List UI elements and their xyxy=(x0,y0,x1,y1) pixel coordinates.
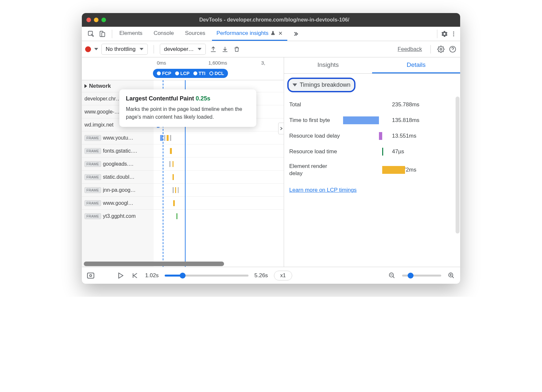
timing-markers[interactable]: FCP LCP TTI DCL xyxy=(153,69,228,78)
marker-fcp[interactable]: FCP xyxy=(156,71,173,76)
breakdown-label: Total xyxy=(289,101,340,108)
export-icon[interactable] xyxy=(209,45,218,53)
tab-performance-insights[interactable]: Performance insights xyxy=(212,27,288,41)
device-toolbar-icon[interactable] xyxy=(98,29,107,38)
tab-label: Performance insights xyxy=(217,30,269,37)
chevron-down-icon xyxy=(140,48,143,50)
help-icon[interactable] xyxy=(448,45,457,53)
tab-sources[interactable]: Sources xyxy=(180,27,210,41)
marker-dcl[interactable]: DCL xyxy=(208,71,225,76)
breakdown-bar xyxy=(343,116,389,125)
lcp-tooltip: Largest Contentful Paint 0.25s Marks the… xyxy=(119,89,256,127)
origin-select[interactable]: developer… xyxy=(160,44,206,55)
left-pane: 0ms 1,600ms 3, FCP LCP TTI DCL Network xyxy=(82,57,284,267)
throttling-select[interactable]: No throttling xyxy=(101,44,148,55)
current-time: 1.02s xyxy=(145,272,159,279)
svg-point-6 xyxy=(440,48,442,50)
right-pane: Insights Details Timings breakdown Total… xyxy=(284,57,460,267)
play-icon[interactable] xyxy=(116,271,125,280)
marker-lcp[interactable]: LCP xyxy=(174,71,191,76)
svg-rect-8 xyxy=(87,273,94,278)
experiment-icon xyxy=(270,31,276,36)
tab-console[interactable]: Console xyxy=(149,27,178,41)
breakdown-bar xyxy=(343,147,389,156)
time-scrubber[interactable] xyxy=(165,275,248,277)
skip-back-icon[interactable] xyxy=(131,271,139,280)
zoom-slider[interactable] xyxy=(402,275,441,277)
marker-tti[interactable]: TTI xyxy=(192,71,207,76)
svg-point-3 xyxy=(453,31,454,32)
feedback-link[interactable]: Feedback xyxy=(398,46,422,53)
breakdown-row: Time to first byte 135.818ms xyxy=(289,113,455,128)
tab-details[interactable]: Details xyxy=(372,57,460,73)
close-window-button[interactable] xyxy=(86,18,91,22)
breakdown-value: 13.551ms xyxy=(392,133,416,139)
chevron-down-icon xyxy=(198,48,202,50)
tab-elements[interactable]: Elements xyxy=(115,27,147,41)
playback-speed[interactable]: x1 xyxy=(274,271,292,280)
record-menu-caret[interactable] xyxy=(94,48,98,50)
panel-tabbar: Elements Console Sources Performance ins… xyxy=(82,27,460,41)
svg-point-5 xyxy=(453,35,454,36)
time-tick: 0ms xyxy=(157,60,166,66)
zoom-out-icon[interactable] xyxy=(388,271,396,280)
breakdown-bar xyxy=(343,100,389,109)
timings-breakdown-header[interactable]: Timings breakdown xyxy=(287,78,355,92)
time-tick: 1,600ms xyxy=(208,60,227,66)
breakdown-value: 47µs xyxy=(392,148,404,155)
tooltip-description: Marks the point in the page load timelin… xyxy=(126,105,250,121)
panel-tabs: Elements Console Sources Performance ins… xyxy=(115,27,302,41)
breakdown-row: Element render delay 86.372ms xyxy=(289,159,455,180)
throttling-value: No throttling xyxy=(106,46,136,53)
pane-expand-handle[interactable] xyxy=(278,123,284,134)
breakdown-row: Resource load time 47µs xyxy=(289,144,455,159)
settings-gear-icon[interactable] xyxy=(440,29,449,38)
timeline-header[interactable]: 0ms 1,600ms 3, FCP LCP TTI DCL xyxy=(82,57,284,80)
zoom-in-icon[interactable] xyxy=(447,271,456,280)
more-tabs-icon[interactable] xyxy=(289,31,302,37)
vertical-scrollbar[interactable] xyxy=(456,97,459,234)
svg-point-4 xyxy=(453,33,454,34)
total-time: 5.26s xyxy=(254,272,268,279)
titlebar: DevTools - developer.chrome.com/blog/new… xyxy=(82,13,460,27)
svg-rect-2 xyxy=(102,32,105,37)
learn-more-link[interactable]: Learn more on LCP timings xyxy=(289,187,455,193)
delete-icon[interactable] xyxy=(233,45,241,53)
close-tab-icon[interactable] xyxy=(278,31,283,36)
inspect-element-icon[interactable] xyxy=(86,29,96,38)
origin-value: developer… xyxy=(164,46,194,53)
breakdown-value: 135.818ms xyxy=(392,117,419,124)
breakdown-row: Total 235.788ms xyxy=(289,97,455,113)
horizontal-scrollbar[interactable] xyxy=(84,262,224,266)
playback-bar: 1.02s 5.26s x1 xyxy=(82,267,460,284)
breakdown-label: Resource load delay xyxy=(289,132,340,140)
preview-icon[interactable] xyxy=(86,271,95,280)
breakdown-row: Resource load delay 13.551ms xyxy=(289,128,455,144)
breakdown-label: Time to first byte xyxy=(289,117,340,124)
time-tick: 3, xyxy=(261,60,265,66)
collapse-icon xyxy=(293,83,297,86)
breakdown-rows: Total 235.788msTime to first byte 135.81… xyxy=(284,95,460,182)
panel-settings-icon[interactable] xyxy=(437,45,445,53)
traffic-lights xyxy=(86,18,106,22)
breakdown-title: Timings breakdown xyxy=(300,82,350,88)
tab-insights[interactable]: Insights xyxy=(284,57,372,73)
record-button[interactable] xyxy=(85,46,91,52)
window-title: DevTools - developer.chrome.com/blog/new… xyxy=(106,17,456,23)
minimize-window-button[interactable] xyxy=(94,18,98,22)
detail-tabs: Insights Details xyxy=(284,57,460,74)
import-icon[interactable] xyxy=(221,45,229,53)
breakdown-bar xyxy=(343,165,389,174)
performance-toolbar: No throttling developer… Feedback xyxy=(82,41,460,57)
maximize-window-button[interactable] xyxy=(101,18,106,22)
breakdown-bar xyxy=(343,131,389,141)
content-area: 0ms 1,600ms 3, FCP LCP TTI DCL Network xyxy=(82,57,460,267)
devtools-window: DevTools - developer.chrome.com/blog/new… xyxy=(82,13,460,284)
breakdown-label: Element render delay xyxy=(289,163,340,177)
tooltip-title: Largest Contentful Paint 0.25s xyxy=(126,95,250,102)
breakdown-label: Resource load time xyxy=(289,148,340,155)
breakdown-value: 235.788ms xyxy=(392,101,419,108)
kebab-menu-icon[interactable] xyxy=(449,29,458,38)
svg-point-9 xyxy=(90,275,92,277)
